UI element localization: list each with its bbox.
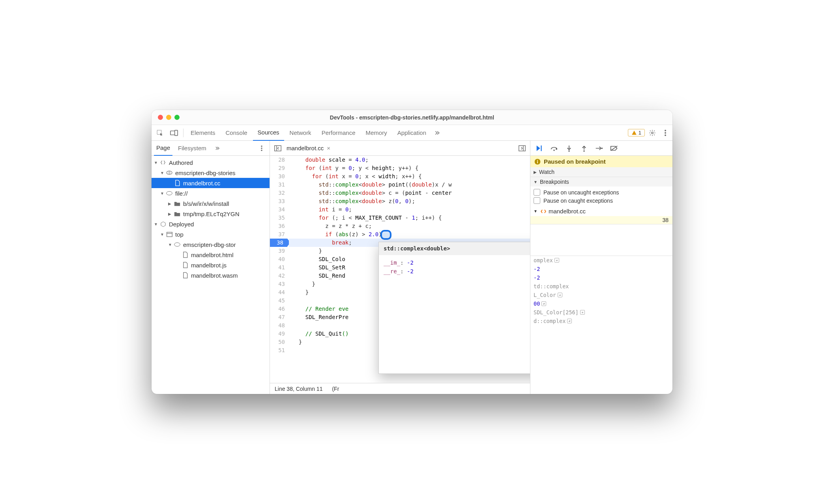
svg-point-21 [568,150,570,152]
tree-file-mandelbrot-cc[interactable]: mandelbrot.cc [152,178,270,188]
toggle-debugger-icon[interactable] [517,143,528,154]
svg-point-8 [261,147,262,149]
main-tabbar: Elements Console Sources Network Perform… [152,125,672,141]
svg-point-23 [601,147,603,149]
minimize-icon[interactable] [166,115,171,120]
hover-tooltip[interactable]: std::complex<double> __im_: -2 __re_: -2 [378,242,530,374]
pause-uncaught-checkbox[interactable]: Pause on uncaught exceptions [534,188,669,196]
tree-folder-2[interactable]: ▶tmp/tmp.ELcTq2YGN [152,209,270,219]
svg-point-11 [167,191,172,195]
window-title: DevTools - emscripten-dbg-stories.netlif… [330,114,494,121]
navigator-tabs: Page Filesystem [152,141,270,156]
editor-statusbar: Line 38, Column 11 (Fr [270,383,530,394]
svg-point-4 [665,130,666,131]
svg-point-6 [665,134,666,136]
nav-tab-page[interactable]: Page [154,141,172,156]
svg-point-9 [261,149,262,151]
section-gap [530,224,672,256]
svg-point-20 [553,149,554,151]
tab-network[interactable]: Network [285,125,316,141]
kebab-icon[interactable] [660,127,671,138]
svg-rect-2 [175,130,178,135]
tree-leaf-js[interactable]: mandelbrot.js [152,260,270,270]
svg-point-7 [261,146,262,147]
svg-point-22 [583,150,585,152]
devtools-window: DevTools - emscripten-dbg-stories.netlif… [152,110,672,394]
step-into-icon[interactable] [564,143,575,154]
svg-point-27 [537,160,538,161]
tab-application[interactable]: Application [393,125,431,141]
svg-rect-12 [167,232,172,236]
tree-authored[interactable]: ▼Authored [152,157,270,168]
section-breakpoints: ▼Breakpoints Pause on uncaught exception… [530,177,672,224]
svg-line-24 [611,146,618,151]
editor-panel: mandelbrot.cc × 282930313233343536373839… [270,141,530,394]
zoom-icon[interactable] [174,115,180,120]
step-icon[interactable] [594,143,605,154]
info-icon [534,159,541,165]
file-tree[interactable]: ▼Authored ▼emscripten-dbg-stories mandel… [152,156,270,394]
close-tab-icon[interactable]: × [327,145,330,151]
tab-sources[interactable]: Sources [253,125,284,141]
settings-icon[interactable] [646,127,659,139]
step-out-icon[interactable] [579,143,590,154]
nav-tab-filesystem[interactable]: Filesystem [176,141,209,156]
warning-count: 1 [639,130,641,136]
paused-banner: Paused on breakpoint [530,156,672,167]
navigator-panel: Page Filesystem ▼Authored ▼emscripten-db… [152,141,270,394]
step-over-icon[interactable] [549,143,560,154]
inspect-icon[interactable] [153,127,167,139]
close-icon[interactable] [158,115,163,120]
pause-caught-checkbox[interactable]: Pause on caught exceptions [534,196,669,205]
hover-title: std::complex<double> [379,242,530,255]
tree-leaf-wasm[interactable]: mandelbrot.wasm [152,270,270,280]
debugger-panel: Paused on breakpoint ▶Watch ▼Breakpoints… [530,141,672,394]
scope-variables[interactable]: omplex-2-2td::complexL_Color00SDL_Color[… [530,256,672,325]
svg-rect-26 [537,161,538,163]
tree-domain[interactable]: ▼emscripten-dbg-stories [152,168,270,178]
code-area[interactable]: 2829303132333435363738394041424344454647… [270,156,530,383]
resume-icon[interactable] [534,143,545,154]
titlebar: DevTools - emscripten-dbg-stories.netlif… [152,110,672,125]
tree-domain-2[interactable]: ▼emscripten-dbg-stor [152,239,270,250]
status-extra: (Fr [332,386,339,392]
cursor-position: Line 38, Column 11 [275,386,322,392]
tab-elements[interactable]: Elements [186,125,220,141]
svg-point-3 [652,132,654,134]
tree-folder-1[interactable]: ▶b/s/w/ir/x/w/install [152,198,270,209]
warnings-badge[interactable]: 1 [628,129,645,136]
svg-point-5 [665,132,666,134]
breakpoint-file[interactable]: ▼mandelbrot.cc [530,206,672,216]
editor-tabbar: mandelbrot.cc × [270,141,530,156]
section-watch[interactable]: ▶Watch [530,167,672,177]
line-gutter[interactable]: 2829303132333435363738394041424344454647… [270,156,289,383]
traffic-lights[interactable] [158,115,180,120]
nav-kebab-icon[interactable] [256,143,267,154]
file-tab-mandelbrot-cc[interactable]: mandelbrot.cc × [283,145,333,151]
nav-more-icon[interactable] [212,143,223,154]
tree-leaf-html[interactable]: mandelbrot.html [152,250,270,260]
deactivate-breakpoints-icon[interactable] [609,143,620,154]
tree-top[interactable]: ▼top [152,229,270,239]
breakpoint-line[interactable]: 38 [530,216,672,224]
tree-deployed[interactable]: ▼Deployed [152,219,270,229]
tab-performance[interactable]: Performance [317,125,360,141]
tree-file-proto[interactable]: ▼file:// [152,188,270,198]
svg-rect-19 [541,145,541,151]
more-tabs-icon[interactable] [432,127,443,138]
debugger-toolbar [530,141,672,156]
tab-console[interactable]: Console [221,125,252,141]
toggle-nav-icon[interactable] [272,143,283,154]
main-area: Page Filesystem ▼Authored ▼emscripten-db… [152,141,672,394]
tab-memory[interactable]: Memory [361,125,392,141]
svg-point-14 [174,243,180,246]
device-toggle-icon[interactable] [167,127,181,139]
